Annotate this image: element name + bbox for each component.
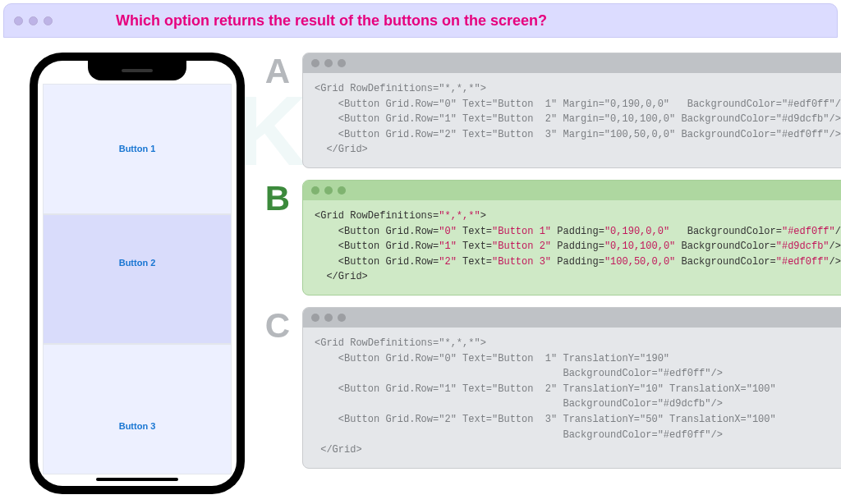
options-list: A <Grid RowDefinitions="*,*,*"> <Button … <box>261 53 841 494</box>
option-b[interactable]: B <Grid RowDefinitions="*,*,*"> <Button … <box>261 180 841 296</box>
phone-button-1[interactable]: Button 1 <box>43 84 232 214</box>
codewin-titlebar <box>303 181 841 200</box>
home-indicator-icon <box>96 478 178 481</box>
window-dot-icon <box>338 186 346 195</box>
option-c-code: <Grid RowDefinitions="*,*,*"> <Button Gr… <box>303 328 841 468</box>
codewin-titlebar <box>303 53 841 73</box>
phone-button-2[interactable]: Button 2 <box>43 214 232 345</box>
window-dot-icon <box>311 314 319 322</box>
option-b-codewin: <Grid RowDefinitions="*,*,*"> <Button Gr… <box>302 180 841 296</box>
option-a-codewin: <Grid RowDefinitions="*,*,*"> <Button Gr… <box>302 53 841 168</box>
question-header: Which option returns the result of the b… <box>3 3 838 38</box>
option-a[interactable]: A <Grid RowDefinitions="*,*,*"> <Button … <box>261 53 841 168</box>
option-b-code: <Grid RowDefinitions="*,*,*"> <Button Gr… <box>303 200 841 295</box>
phone-button-3-label: Button 3 <box>119 421 156 431</box>
option-c-letter: C <box>261 309 294 343</box>
phone-screen: Button 1 Button 2 Button 3 <box>38 61 237 486</box>
phone-notch-icon <box>88 61 186 80</box>
phone-button-2-label: Button 2 <box>119 258 156 268</box>
window-dot-icon <box>311 186 319 195</box>
window-dot-icon <box>14 16 23 25</box>
phone-button-1-label: Button 1 <box>119 144 156 153</box>
option-a-code: <Grid RowDefinitions="*,*,*"> <Button Gr… <box>303 73 841 167</box>
window-dot-icon <box>324 186 333 195</box>
phone-mockup: Button 1 Button 2 Button 3 <box>30 53 245 494</box>
window-dot-icon <box>311 59 319 67</box>
window-dot-icon <box>324 314 333 322</box>
window-dot-icon <box>324 59 333 67</box>
question-title: Which option returns the result of the b… <box>116 12 547 30</box>
option-c-codewin: <Grid RowDefinitions="*,*,*"> <Button Gr… <box>302 307 841 469</box>
option-a-letter: A <box>261 54 294 89</box>
option-b-letter: B <box>261 181 294 216</box>
window-dot-icon <box>338 59 346 67</box>
window-dot-icon <box>29 16 38 25</box>
codewin-titlebar <box>303 308 841 328</box>
window-dot-icon <box>44 16 53 25</box>
phone-button-3[interactable]: Button 3 <box>43 344 232 474</box>
option-c[interactable]: C <Grid RowDefinitions="*,*,*"> <Button … <box>261 307 841 469</box>
window-dot-icon <box>338 314 346 322</box>
